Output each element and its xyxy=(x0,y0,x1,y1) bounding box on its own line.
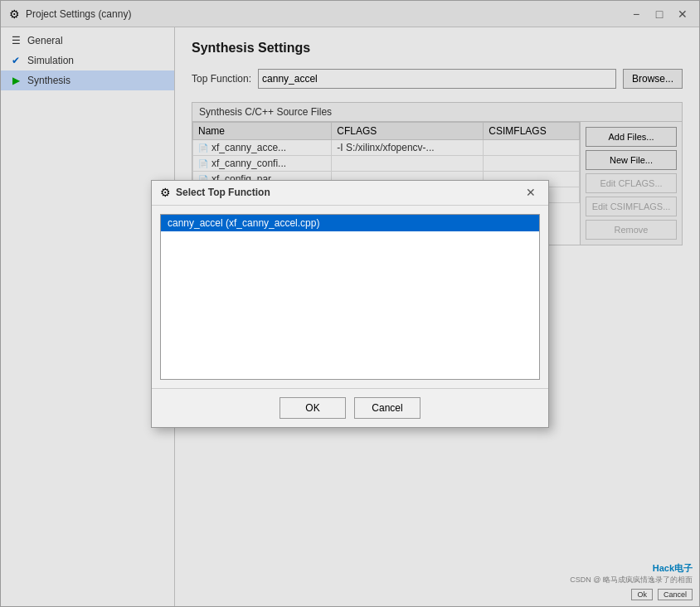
dialog-content: canny_accel (xf_canny_accel.cpp) xyxy=(152,206,548,388)
dialog-icon: ⚙ xyxy=(160,186,171,199)
dialog-close-button[interactable]: ✕ xyxy=(522,184,540,201)
dialog-title-left: ⚙ Select Top Function xyxy=(160,186,270,199)
dialog-title-bar: ⚙ Select Top Function ✕ xyxy=(152,181,548,206)
dialog-ok-button[interactable]: OK xyxy=(280,397,346,419)
main-window: ⚙ Project Settings (canny) − □ ✕ ☰ Gener… xyxy=(0,0,700,607)
dialog-footer: OK Cancel xyxy=(152,388,548,427)
select-top-function-dialog: ⚙ Select Top Function ✕ canny_accel (xf_… xyxy=(151,180,549,428)
dialog-list[interactable]: canny_accel (xf_canny_accel.cpp) xyxy=(160,214,540,380)
dialog-list-item-0[interactable]: canny_accel (xf_canny_accel.cpp) xyxy=(161,215,539,231)
dialog-cancel-button[interactable]: Cancel xyxy=(354,397,420,419)
dialog-title: Select Top Function xyxy=(176,187,270,198)
modal-overlay: ⚙ Select Top Function ✕ canny_accel (xf_… xyxy=(1,1,699,606)
